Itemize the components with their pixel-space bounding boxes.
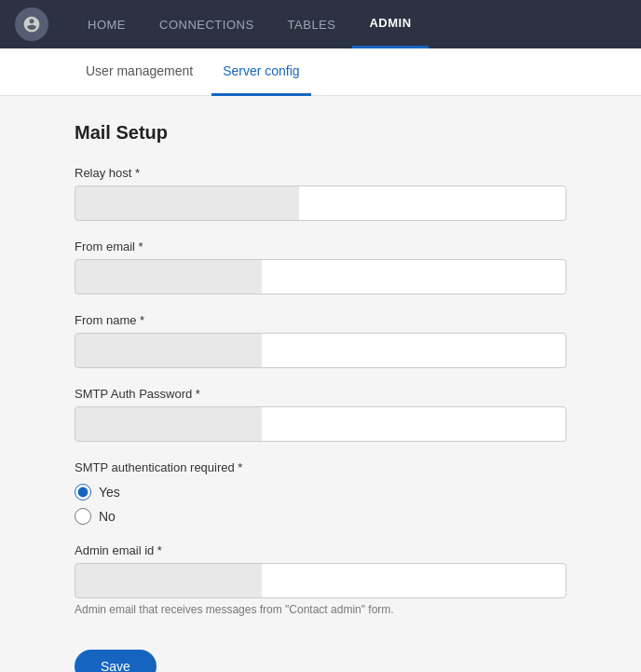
radio-no-input[interactable] xyxy=(75,508,91,525)
tabs-bar: User management Server config xyxy=(0,48,641,96)
tab-user-management[interactable]: User management xyxy=(75,48,204,96)
smtp-password-input[interactable] xyxy=(75,406,566,442)
smtp-auth-required-label: SMTP authentication required * xyxy=(75,460,566,474)
logo-icon xyxy=(22,15,41,34)
relay-host-input[interactable] xyxy=(75,185,566,221)
radio-yes-input[interactable] xyxy=(75,484,91,501)
from-name-input[interactable] xyxy=(75,333,566,368)
navbar: HOME CONNECTIONS TABLES ADMIN xyxy=(0,0,641,48)
from-email-group: From email * xyxy=(75,240,566,295)
smtp-password-label: SMTP Auth Password * xyxy=(75,387,566,401)
admin-email-label: Admin email id * xyxy=(75,543,566,557)
page-content: User management Server config Mail Setup… xyxy=(0,48,641,672)
nav-links: HOME CONNECTIONS TABLES ADMIN xyxy=(71,0,429,48)
radio-yes-item[interactable]: Yes xyxy=(75,484,566,501)
from-name-label: From name * xyxy=(75,313,566,327)
relay-host-group: Relay host * xyxy=(75,166,566,221)
smtp-auth-required-group: SMTP authentication required * Yes No xyxy=(75,460,566,525)
tab-server-config[interactable]: Server config xyxy=(211,48,310,96)
from-name-group: From name * xyxy=(75,313,566,368)
nav-tables[interactable]: TABLES xyxy=(271,0,353,48)
relay-host-label: Relay host * xyxy=(75,166,566,180)
admin-email-group: Admin email id * Admin email that receiv… xyxy=(75,543,566,616)
nav-admin[interactable]: ADMIN xyxy=(352,0,428,48)
smtp-password-group: SMTP Auth Password * xyxy=(75,387,566,442)
nav-connections[interactable]: CONNECTIONS xyxy=(143,0,271,48)
nav-home[interactable]: HOME xyxy=(71,0,143,48)
admin-email-input[interactable] xyxy=(75,563,566,598)
from-email-input[interactable] xyxy=(75,259,566,295)
radio-no-item[interactable]: No xyxy=(75,508,566,525)
save-button[interactable]: Save xyxy=(75,650,157,672)
app-logo[interactable] xyxy=(15,7,48,41)
radio-no-label: No xyxy=(99,509,116,524)
admin-email-help: Admin email that receives messages from … xyxy=(75,603,566,616)
section-title: Mail Setup xyxy=(75,122,566,144)
from-email-label: From email * xyxy=(75,240,566,254)
radio-yes-label: Yes xyxy=(99,485,120,500)
form-area: Mail Setup Relay host * From email * Fro… xyxy=(0,96,641,672)
